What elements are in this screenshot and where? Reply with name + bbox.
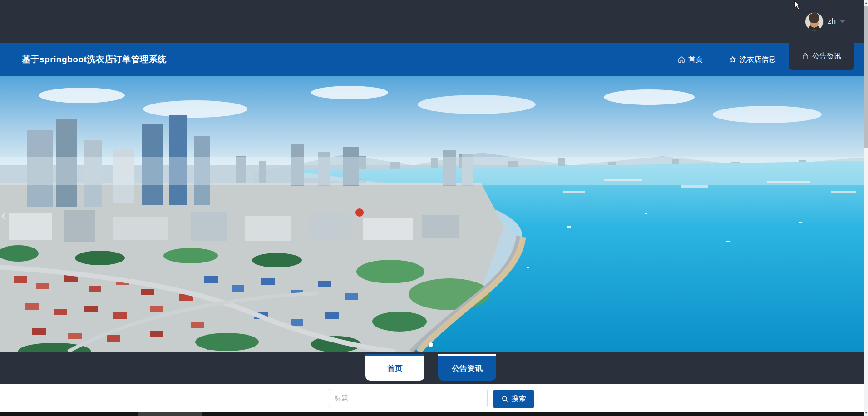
username-label: zh <box>828 17 836 26</box>
chevron-down-icon <box>840 20 845 23</box>
hero-carousel-image <box>0 76 868 352</box>
scrollbar-up-arrow[interactable] <box>864 0 868 6</box>
nav-item-label: 首页 <box>688 55 703 64</box>
vertical-scrollbar[interactable] <box>864 0 868 416</box>
nav-item-shop-info[interactable]: 洗衣店信息 <box>729 55 776 64</box>
scrollbar-down-arrow[interactable] <box>864 410 868 416</box>
content-tabstrip: 首页 公告资讯 <box>0 352 868 384</box>
hero-carousel: ‹ <box>0 76 868 352</box>
nav-item-label: 公告资讯 <box>812 52 841 61</box>
scrollbar-thumb[interactable] <box>864 6 868 148</box>
search-icon <box>502 396 508 402</box>
user-avatar[interactable] <box>805 12 824 31</box>
search-button[interactable]: 搜索 <box>493 390 534 408</box>
app-window: zh 基于springboot洗衣店订单管理系统 首页 洗衣店信息 <box>0 0 868 416</box>
star-icon <box>729 56 736 63</box>
nav-item-label: 洗衣店信息 <box>740 55 776 64</box>
nav-item-home[interactable]: 首页 <box>678 55 703 64</box>
nav-item-announcements[interactable]: 公告资讯 <box>789 43 854 70</box>
tab-home[interactable]: 首页 <box>365 354 424 381</box>
bag-icon <box>802 53 809 60</box>
carousel-indicator-dot[interactable] <box>429 342 433 347</box>
tab-label: 公告资讯 <box>452 363 483 374</box>
bottom-strip-segment <box>138 412 202 416</box>
search-section: 搜索 <box>0 384 868 412</box>
home-icon <box>678 56 685 63</box>
search-button-label: 搜索 <box>512 394 526 404</box>
site-title: 基于springboot洗衣店订单管理系统 <box>22 43 167 76</box>
nav-menu: 首页 洗衣店信息 公告资讯 <box>678 43 854 76</box>
tab-label: 首页 <box>387 363 403 374</box>
carousel-prev-arrow[interactable]: ‹ <box>1 207 6 223</box>
main-navbar: 基于springboot洗衣店订单管理系统 首页 洗衣店信息 公告资讯 <box>0 43 868 76</box>
search-input[interactable] <box>329 389 488 407</box>
tab-announcements[interactable]: 公告资讯 <box>438 354 496 381</box>
user-menu[interactable]: zh <box>805 0 845 43</box>
top-user-bar: zh <box>0 0 868 43</box>
bottom-strip <box>0 412 868 416</box>
